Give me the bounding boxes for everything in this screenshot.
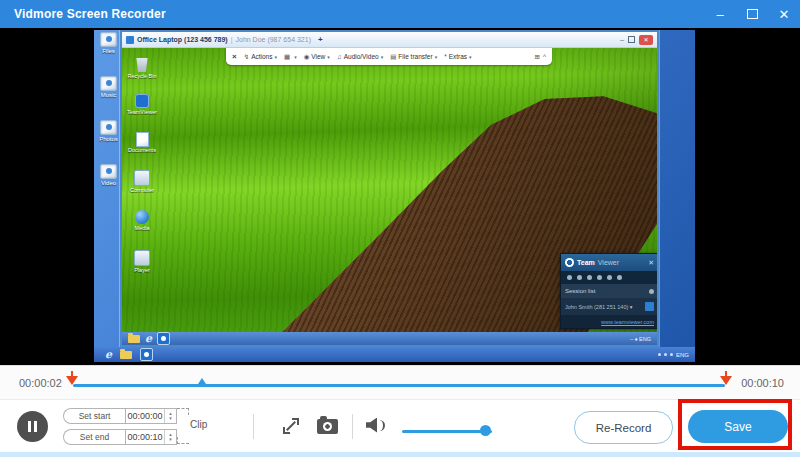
folder-icon [100, 32, 117, 47]
trim-start-handle[interactable] [66, 371, 78, 388]
start-time-value[interactable]: 00:00:00 [126, 411, 164, 421]
grid-icon: ⊞ [534, 53, 539, 61]
teamviewer-icon [135, 94, 149, 108]
snapshot-button[interactable] [317, 419, 338, 434]
call-icon [577, 275, 582, 280]
remote-desktop-icon: Recycle Bin [126, 58, 158, 79]
maximize-button[interactable] [736, 0, 768, 28]
close-icon: ✕ [639, 35, 653, 45]
tray-area: – ♦ ENG [630, 336, 651, 342]
trim-timeline: 00:00:02 00:00:10 [0, 365, 800, 400]
spin-down-icon[interactable]: ▾ [169, 416, 172, 421]
video-icon [587, 275, 592, 280]
clip-bracket-icon [177, 408, 189, 415]
set-end-button[interactable]: Set end [63, 429, 125, 445]
volume-button[interactable] [366, 417, 386, 433]
teamviewer-link: www.teamviewer.com [601, 319, 654, 325]
spinner-arrows[interactable]: ▴▾ [164, 430, 176, 444]
spin-down-icon[interactable]: ▾ [169, 437, 172, 442]
minimize-icon: – [716, 7, 723, 22]
pause-button[interactable] [17, 411, 48, 442]
language-indicator: ENG [676, 352, 689, 358]
more-icon [617, 275, 622, 280]
share-icon [597, 275, 602, 280]
spinner-arrows[interactable]: ▴▾ [164, 409, 176, 423]
chevron-down-icon: ▾ [469, 54, 472, 60]
teamviewer-logo-icon [565, 258, 574, 267]
end-time-value[interactable]: 00:00:10 [126, 432, 164, 442]
close-button[interactable]: ✕ [768, 0, 800, 28]
toolbar-item-view: ◉View▾ [304, 53, 330, 61]
clip-bracket-icon [177, 437, 189, 444]
save-highlight-annotation [678, 399, 792, 450]
remote-desktop-icon: TeamViewer [126, 94, 158, 115]
volume-slider[interactable] [402, 430, 492, 433]
divider [352, 414, 353, 439]
folder-icon [128, 335, 140, 343]
remote-desktop-icon: Documents [126, 132, 158, 153]
collapse-icon: ^ [543, 53, 546, 60]
videos-icon [100, 164, 117, 179]
recycle-bin-icon [135, 58, 149, 72]
lightning-icon: ↯ [244, 53, 249, 61]
host-desktop-icon: Music [95, 76, 122, 99]
chat-icon [567, 275, 572, 280]
star-icon: * [444, 53, 447, 60]
player-icon [134, 250, 150, 266]
remote-desktop: Recycle Bin TeamViewer Documents Compute… [122, 48, 657, 332]
remote-desktop-icon: Player [126, 250, 158, 273]
maximize-icon [747, 9, 758, 19]
internet-explorer-icon: e [145, 333, 152, 344]
minimize-button[interactable]: – [704, 0, 736, 28]
remote-taskbar: e – ♦ ENG [122, 332, 657, 345]
eye-icon: ◉ [304, 53, 310, 61]
computer-icon [134, 170, 150, 186]
chevron-down-icon: ▾ [435, 54, 438, 60]
playhead[interactable] [198, 378, 206, 384]
fullscreen-button[interactable] [283, 418, 299, 434]
minimize-icon: – [620, 37, 624, 43]
pictures-icon [100, 120, 117, 135]
tray-icon [664, 353, 667, 356]
window-bottom-accent [0, 452, 800, 457]
close-icon: ✕ [648, 259, 654, 267]
teamviewer-window: Office Laptop (123 456 789) | John Doe (… [120, 30, 659, 347]
teamviewer-window-controls: – ✕ [620, 35, 653, 45]
remote-desktop-icon: Media [126, 210, 158, 231]
teamviewer-icon [157, 332, 170, 345]
chevron-down-icon: ▾ [381, 54, 384, 60]
divider [253, 414, 254, 439]
teamviewer-titlebar: Office Laptop (123 456 789) | John Doe (… [122, 32, 657, 48]
timeline-progress-bar[interactable] [73, 384, 725, 387]
rerecord-button[interactable]: Re-Record [574, 411, 673, 444]
document-icon [136, 132, 149, 147]
teamviewer-icon [140, 348, 153, 361]
teamviewer-tab-icon [126, 36, 134, 44]
volume-slider-handle[interactable] [480, 425, 491, 436]
set-start-button[interactable]: Set start [63, 408, 125, 424]
grid-icon: ▦ [284, 53, 290, 61]
panel-toolbar [561, 271, 657, 284]
app-title: Vidmore Screen Recorder [14, 7, 166, 21]
add-icon [649, 289, 654, 294]
toolbar-item-monitors: ▦▾ [284, 53, 297, 61]
panel-footer: www.teamviewer.com [561, 315, 657, 328]
speaker-icon [366, 418, 377, 433]
video-preview-area: Files Music Photos Video Office Laptop (… [0, 28, 800, 365]
panel-header: Team Viewer ✕ [561, 254, 657, 271]
teamviewer-session-panel: Team Viewer ✕ Se [560, 253, 657, 329]
host-desktop-icon: Video [95, 164, 122, 187]
timeline-track[interactable] [71, 366, 727, 401]
session-user: John Doe (987 654 321) [235, 36, 311, 43]
trim-end-handle[interactable] [720, 371, 732, 388]
tray-icon [658, 353, 661, 356]
start-time-spinner[interactable]: 00:00:00 ▴▾ [125, 408, 177, 424]
current-time-label: 00:00:02 [19, 377, 62, 389]
file-icon: ▤ [390, 53, 396, 61]
folder-icon [120, 351, 132, 359]
media-icon [135, 210, 149, 224]
end-time-spinner[interactable]: 00:00:10 ▴▾ [125, 429, 177, 445]
teamviewer-toolbar: × ↯Actions▾ ▦▾ ◉View▾ ♫Audio/Video▾ ▤Fil… [226, 48, 552, 65]
toolbar-item-audio-video: ♫Audio/Video▾ [337, 53, 383, 60]
connect-button-icon [645, 302, 654, 311]
